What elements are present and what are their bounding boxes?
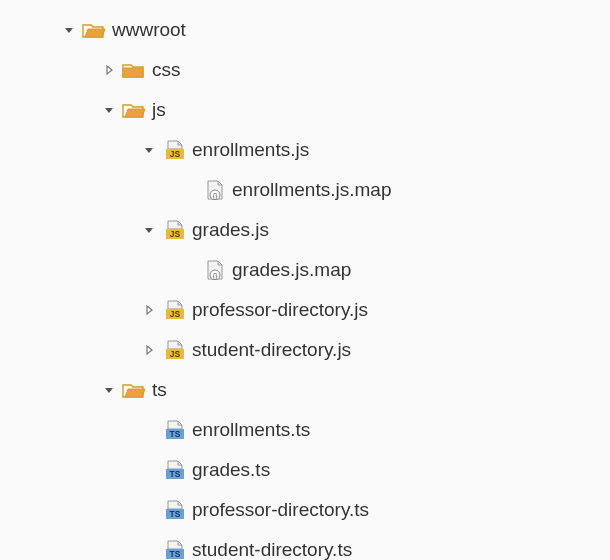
chevron-down-icon[interactable] xyxy=(100,384,118,396)
file-tree: wwwroot css js enrollments.js enrollment… xyxy=(0,0,610,560)
tree-item-label: css xyxy=(152,50,181,90)
chevron-right-icon[interactable] xyxy=(100,64,118,76)
ts-file-icon xyxy=(162,538,186,560)
ts-file-icon xyxy=(162,498,186,522)
chevron-down-icon[interactable] xyxy=(140,224,158,236)
tree-item-grades-js-map[interactable]: grades.js.map xyxy=(0,250,610,290)
tree-item-student-directory-js[interactable]: student-directory.js xyxy=(0,330,610,370)
tree-item-label: professor-directory.js xyxy=(192,290,368,330)
js-file-icon xyxy=(162,138,186,162)
tree-item-js[interactable]: js xyxy=(0,90,610,130)
ts-file-icon xyxy=(162,458,186,482)
map-file-icon xyxy=(202,258,226,282)
tree-item-label: js xyxy=(152,90,166,130)
tree-item-label: enrollments.ts xyxy=(192,410,310,450)
tree-item-label: grades.ts xyxy=(192,450,270,490)
chevron-down-icon[interactable] xyxy=(100,104,118,116)
tree-item-label: student-directory.ts xyxy=(192,530,352,560)
tree-item-label: grades.js xyxy=(192,210,269,250)
tree-item-grades-ts[interactable]: grades.ts xyxy=(0,450,610,490)
tree-item-enrollments-js-map[interactable]: enrollments.js.map xyxy=(0,170,610,210)
tree-item-student-directory-ts[interactable]: student-directory.ts xyxy=(0,530,610,560)
tree-item-professor-directory-js[interactable]: professor-directory.js xyxy=(0,290,610,330)
js-file-icon xyxy=(162,218,186,242)
map-file-icon xyxy=(202,178,226,202)
tree-item-label: enrollments.js.map xyxy=(232,170,391,210)
chevron-right-icon[interactable] xyxy=(140,304,158,316)
chevron-right-icon[interactable] xyxy=(140,344,158,356)
folder-open-icon xyxy=(122,98,146,122)
chevron-down-icon[interactable] xyxy=(60,24,78,36)
tree-item-label: student-directory.js xyxy=(192,330,351,370)
ts-file-icon xyxy=(162,418,186,442)
tree-item-label: professor-directory.ts xyxy=(192,490,369,530)
chevron-down-icon[interactable] xyxy=(140,144,158,156)
folder-closed-icon xyxy=(122,58,146,82)
folder-open-icon xyxy=(82,18,106,42)
tree-item-ts[interactable]: ts xyxy=(0,370,610,410)
tree-item-wwwroot[interactable]: wwwroot xyxy=(0,10,610,50)
tree-item-label: grades.js.map xyxy=(232,250,351,290)
tree-item-grades-js[interactable]: grades.js xyxy=(0,210,610,250)
tree-item-label: enrollments.js xyxy=(192,130,309,170)
tree-item-enrollments-js[interactable]: enrollments.js xyxy=(0,130,610,170)
tree-item-professor-directory-ts[interactable]: professor-directory.ts xyxy=(0,490,610,530)
js-file-icon xyxy=(162,298,186,322)
tree-item-css[interactable]: css xyxy=(0,50,610,90)
folder-open-icon xyxy=(122,378,146,402)
tree-item-enrollments-ts[interactable]: enrollments.ts xyxy=(0,410,610,450)
tree-item-label: wwwroot xyxy=(112,10,186,50)
tree-item-label: ts xyxy=(152,370,167,410)
js-file-icon xyxy=(162,338,186,362)
